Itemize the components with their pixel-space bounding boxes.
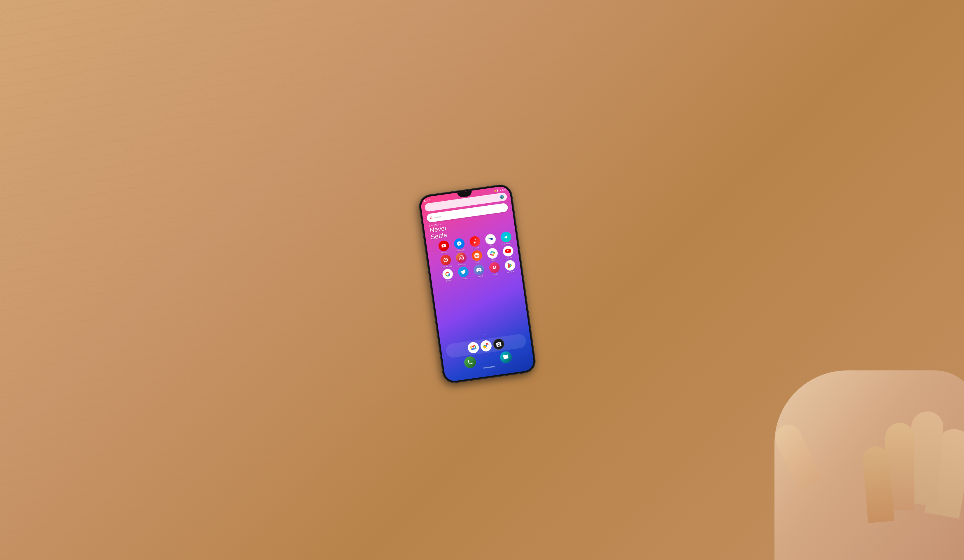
background <box>0 0 420 280</box>
